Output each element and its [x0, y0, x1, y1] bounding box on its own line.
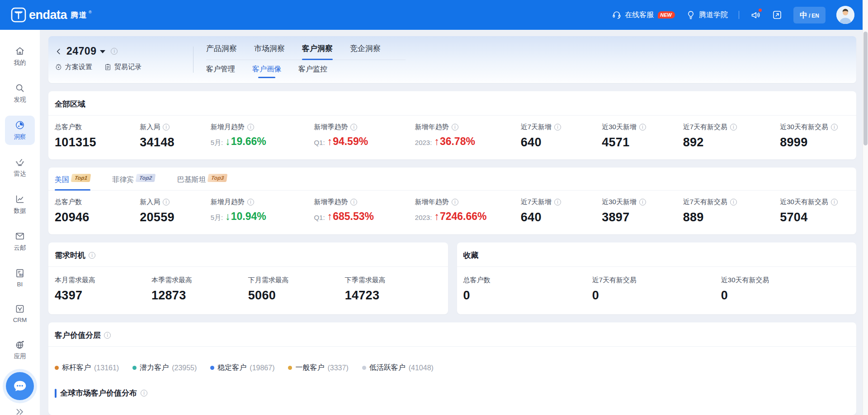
trend-prefix: 2023: [415, 139, 432, 146]
stat-label: 总客户数 [463, 276, 491, 284]
sidebar-item-label: 云邮 [14, 244, 26, 252]
sidebar-item-crm[interactable]: CRM [5, 299, 35, 327]
legend-item[interactable]: 低活跃客户(41048) [362, 363, 434, 373]
subtab-2[interactable]: 客户画像 [252, 65, 281, 78]
trend-prefix: 5月: [211, 139, 223, 147]
trend-value: ↑7246.66% [434, 210, 486, 223]
tendata-logo[interactable]: endata 腾道 ® [11, 7, 92, 23]
stat-label-row: 下月需求最高 [248, 276, 345, 284]
home-icon [14, 46, 25, 56]
info-icon[interactable] [163, 199, 170, 205]
info-icon[interactable] [452, 199, 458, 205]
info-icon[interactable] [639, 124, 646, 131]
academy-link[interactable]: 腾道学院 [686, 10, 728, 20]
plan-id[interactable]: 24709 [66, 45, 96, 57]
country-tab-1[interactable]: 美国Top1 [55, 174, 90, 190]
country-tab-2[interactable]: 菲律宾Top2 [112, 174, 155, 190]
stat-label-row: 下季需求最高 [345, 276, 442, 284]
trend-prefix: Q1: [314, 139, 325, 146]
subtab-1[interactable]: 客户管理 [206, 65, 235, 78]
sidebar-item-bi[interactable]: BIBI [5, 264, 35, 292]
stat-label-row: 新增月趋势 [211, 123, 314, 131]
legend-item[interactable]: 潜力客户(23955) [132, 363, 197, 373]
stat-value: 889 [683, 210, 780, 224]
stat-label-row: 总客户数 [55, 198, 140, 206]
legend-item[interactable]: 稳定客户(19867) [210, 363, 274, 373]
trend-down-arrow-icon: ↓ [225, 210, 231, 223]
sidebar-expand-icon[interactable] [14, 406, 25, 415]
value-tiers-info-icon[interactable] [104, 332, 111, 339]
sidebar-item-radar[interactable]: 雷达 [5, 153, 35, 182]
trend-up-arrow-icon: ↑ [327, 135, 333, 148]
stat-label-row: 近7天新增 [521, 123, 602, 131]
bi-icon: BI [14, 268, 25, 279]
plan-info-icon[interactable] [111, 48, 118, 55]
demand-info-icon[interactable] [89, 252, 95, 259]
info-icon[interactable] [831, 199, 838, 205]
stat-value: 4571 [602, 135, 683, 149]
subsection-title: 全球市场客户价值分布 [60, 388, 137, 398]
info-icon[interactable] [554, 124, 561, 131]
insight-tabs: 产品洞察市场洞察客户洞察竞企洞察 [206, 43, 406, 60]
info-icon[interactable] [639, 199, 646, 205]
vertical-scrollbar[interactable] [863, 0, 868, 415]
subsection-info-icon[interactable] [141, 390, 147, 396]
academy-label: 腾道学院 [699, 10, 728, 20]
lang-en: EN [811, 13, 819, 19]
sidebar-item-home[interactable]: 我的 [5, 42, 35, 71]
tab-1[interactable]: 产品洞察 [206, 43, 237, 60]
chat-assistant-button[interactable] [6, 372, 34, 400]
sidebar-item-insight[interactable]: 洞察 [5, 116, 35, 145]
plan-dropdown-caret[interactable] [100, 50, 105, 53]
announcement-icon[interactable] [750, 9, 761, 20]
stat-label-row: 近30天有新交易 [721, 276, 850, 284]
value-tiers-title: 客户价值分层 [55, 330, 101, 340]
tab-4[interactable]: 竞企洞察 [350, 43, 381, 60]
sidebar-item-data[interactable]: 数据 [5, 190, 35, 219]
stat-value: 8999 [780, 135, 850, 149]
legend-item[interactable]: 一般客户(3337) [288, 363, 348, 373]
tab-3[interactable]: 客户洞察 [302, 43, 333, 60]
info-icon[interactable] [730, 199, 737, 205]
brand-cn: 腾道 [71, 10, 88, 20]
online-service-link[interactable]: 在线客服 NEW [612, 10, 675, 20]
avatar[interactable] [836, 6, 854, 24]
legend-item[interactable]: 标杆客户(13161) [55, 363, 119, 373]
stat-label-row: 近7天有新交易 [683, 198, 780, 206]
language-toggle[interactable]: 中 / EN [793, 7, 826, 23]
trend-percent: 10.94% [231, 210, 266, 223]
sidebar-item-mail[interactable]: 云邮 [5, 227, 35, 256]
stat-col: 本季需求最高12873 [151, 276, 248, 303]
subtab-3[interactable]: 客户监控 [298, 65, 327, 78]
stat-trend: 5月:↓10.94% [211, 210, 314, 223]
info-icon[interactable] [247, 199, 254, 205]
stat-col: 新入局34148 [140, 123, 211, 149]
sidebar-item-apps[interactable]: 应用 [5, 335, 35, 364]
stat-value: 20559 [140, 210, 211, 224]
stat-col: 总客户数0 [463, 276, 592, 303]
plan-settings-link[interactable]: 方案设置 [55, 63, 92, 71]
tab-2[interactable]: 市场洞察 [254, 43, 285, 60]
stat-col: 新增季趋势Q1:↑94.59% [314, 123, 415, 149]
stat-value: 892 [683, 135, 780, 149]
stat-col: 下季需求最高14723 [345, 276, 442, 303]
info-icon[interactable] [831, 124, 838, 131]
trend-value: ↑685.53% [327, 210, 374, 223]
country-tab-3[interactable]: 巴基斯坦Top3 [177, 174, 227, 190]
sidebar-item-search[interactable]: 发现 [5, 79, 35, 108]
info-icon[interactable] [554, 199, 561, 205]
country-tabs: 美国Top1菲律宾Top2巴基斯坦Top3 [48, 168, 856, 191]
legend-count: (41048) [409, 364, 434, 372]
trade-records-link[interactable]: 贸易记录 [104, 63, 142, 71]
stat-col: 总客户数101315 [55, 123, 140, 149]
stat-label: 下季需求最高 [345, 276, 386, 284]
info-icon[interactable] [730, 124, 737, 131]
scrollbar-thumb[interactable] [863, 32, 868, 145]
info-icon[interactable] [163, 124, 170, 131]
back-icon[interactable] [55, 47, 63, 56]
info-icon[interactable] [350, 124, 357, 131]
fullscreen-icon[interactable] [772, 9, 783, 20]
info-icon[interactable] [452, 124, 458, 131]
info-icon[interactable] [247, 124, 254, 131]
info-icon[interactable] [350, 199, 357, 205]
